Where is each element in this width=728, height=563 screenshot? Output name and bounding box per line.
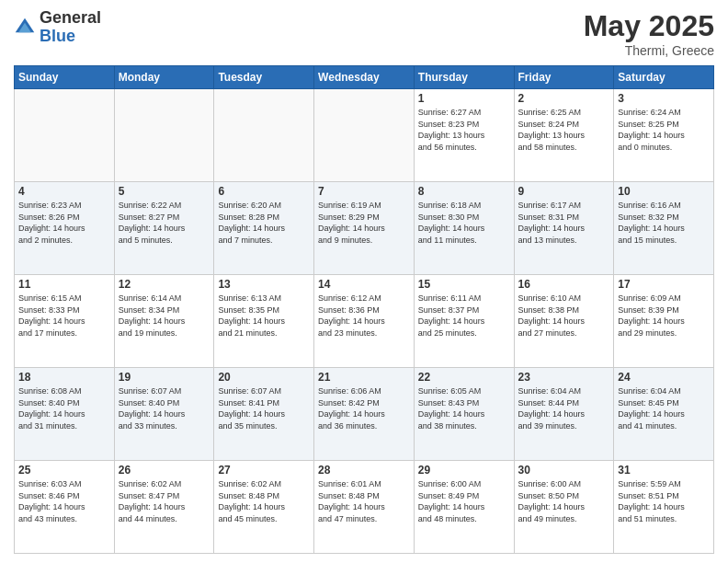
- calendar-day-header: Wednesday: [314, 66, 415, 89]
- calendar-cell: 14Sunrise: 6:12 AM Sunset: 8:36 PM Dayli…: [314, 275, 415, 368]
- logo-blue: Blue: [40, 28, 101, 46]
- day-info: Sunrise: 6:00 AM Sunset: 8:50 PM Dayligh…: [518, 478, 610, 524]
- title-block: May 2025 Thermi, Greece: [584, 9, 714, 58]
- calendar-cell: 27Sunrise: 6:02 AM Sunset: 8:48 PM Dayli…: [214, 461, 314, 554]
- calendar-cell: 17Sunrise: 6:09 AM Sunset: 8:39 PM Dayli…: [614, 275, 714, 368]
- day-number: 17: [618, 278, 710, 291]
- calendar-cell: 13Sunrise: 6:13 AM Sunset: 8:35 PM Dayli…: [214, 275, 314, 368]
- day-number: 28: [318, 464, 410, 477]
- calendar-cell: 31Sunrise: 5:59 AM Sunset: 8:51 PM Dayli…: [614, 461, 714, 554]
- logo-text: General Blue: [40, 9, 101, 46]
- calendar-cell: 30Sunrise: 6:00 AM Sunset: 8:50 PM Dayli…: [514, 461, 614, 554]
- calendar-day-header: Saturday: [614, 66, 714, 89]
- calendar-cell: 24Sunrise: 6:04 AM Sunset: 8:45 PM Dayli…: [614, 368, 714, 461]
- day-info: Sunrise: 6:27 AM Sunset: 8:23 PM Dayligh…: [418, 107, 510, 153]
- day-info: Sunrise: 6:04 AM Sunset: 8:45 PM Dayligh…: [618, 385, 710, 431]
- calendar-week-row: 18Sunrise: 6:08 AM Sunset: 8:40 PM Dayli…: [15, 368, 714, 461]
- page: General Blue May 2025 Thermi, Greece Sun…: [0, 0, 728, 563]
- day-info: Sunrise: 6:04 AM Sunset: 8:44 PM Dayligh…: [518, 385, 610, 431]
- day-info: Sunrise: 6:13 AM Sunset: 8:35 PM Dayligh…: [218, 293, 310, 339]
- calendar-cell: 16Sunrise: 6:10 AM Sunset: 8:38 PM Dayli…: [514, 275, 614, 368]
- calendar-day-header: Monday: [114, 66, 214, 89]
- calendar-cell: 1Sunrise: 6:27 AM Sunset: 8:23 PM Daylig…: [414, 89, 514, 182]
- day-number: 19: [119, 371, 210, 384]
- day-number: 13: [218, 278, 310, 291]
- calendar-cell: 9Sunrise: 6:17 AM Sunset: 8:31 PM Daylig…: [514, 182, 614, 275]
- day-number: 15: [418, 278, 510, 291]
- logo: General Blue: [14, 9, 101, 46]
- day-number: 10: [618, 185, 710, 198]
- day-info: Sunrise: 6:12 AM Sunset: 8:36 PM Dayligh…: [318, 293, 410, 339]
- calendar-cell: 7Sunrise: 6:19 AM Sunset: 8:29 PM Daylig…: [314, 182, 415, 275]
- calendar-table: SundayMondayTuesdayWednesdayThursdayFrid…: [14, 65, 714, 554]
- day-number: 31: [618, 464, 710, 477]
- day-number: 23: [518, 371, 610, 384]
- calendar-cell: 18Sunrise: 6:08 AM Sunset: 8:40 PM Dayli…: [15, 368, 115, 461]
- day-number: 16: [518, 278, 610, 291]
- day-info: Sunrise: 6:01 AM Sunset: 8:48 PM Dayligh…: [318, 478, 410, 524]
- calendar-week-row: 11Sunrise: 6:15 AM Sunset: 8:33 PM Dayli…: [15, 275, 714, 368]
- calendar-cell: 6Sunrise: 6:20 AM Sunset: 8:28 PM Daylig…: [214, 182, 314, 275]
- day-info: Sunrise: 6:15 AM Sunset: 8:33 PM Dayligh…: [18, 293, 110, 339]
- calendar-header-row: SundayMondayTuesdayWednesdayThursdayFrid…: [15, 66, 714, 89]
- day-info: Sunrise: 6:22 AM Sunset: 8:27 PM Dayligh…: [119, 200, 210, 246]
- month-year-title: May 2025: [584, 9, 714, 43]
- day-info: Sunrise: 6:24 AM Sunset: 8:25 PM Dayligh…: [618, 107, 710, 153]
- day-number: 22: [418, 371, 510, 384]
- calendar-cell: [214, 89, 314, 182]
- day-number: 6: [218, 185, 310, 198]
- day-info: Sunrise: 6:11 AM Sunset: 8:37 PM Dayligh…: [418, 293, 510, 339]
- calendar-cell: [114, 89, 214, 182]
- day-info: Sunrise: 6:19 AM Sunset: 8:29 PM Dayligh…: [318, 200, 410, 246]
- calendar-day-header: Tuesday: [214, 66, 314, 89]
- day-number: 11: [18, 278, 110, 291]
- calendar-cell: 12Sunrise: 6:14 AM Sunset: 8:34 PM Dayli…: [114, 275, 214, 368]
- day-number: 4: [18, 185, 110, 198]
- calendar-cell: 22Sunrise: 6:05 AM Sunset: 8:43 PM Dayli…: [414, 368, 514, 461]
- day-number: 27: [218, 464, 310, 477]
- day-info: Sunrise: 6:09 AM Sunset: 8:39 PM Dayligh…: [618, 293, 710, 339]
- calendar-cell: 4Sunrise: 6:23 AM Sunset: 8:26 PM Daylig…: [15, 182, 115, 275]
- day-info: Sunrise: 6:18 AM Sunset: 8:30 PM Dayligh…: [418, 200, 510, 246]
- location-subtitle: Thermi, Greece: [584, 43, 714, 58]
- day-info: Sunrise: 6:16 AM Sunset: 8:32 PM Dayligh…: [618, 200, 710, 246]
- calendar-week-row: 25Sunrise: 6:03 AM Sunset: 8:46 PM Dayli…: [15, 461, 714, 554]
- day-info: Sunrise: 6:23 AM Sunset: 8:26 PM Dayligh…: [18, 200, 110, 246]
- calendar-cell: [314, 89, 415, 182]
- calendar-cell: 29Sunrise: 6:00 AM Sunset: 8:49 PM Dayli…: [414, 461, 514, 554]
- header: General Blue May 2025 Thermi, Greece: [14, 9, 714, 58]
- day-info: Sunrise: 6:03 AM Sunset: 8:46 PM Dayligh…: [18, 478, 110, 524]
- day-number: 21: [318, 371, 410, 384]
- calendar-cell: 23Sunrise: 6:04 AM Sunset: 8:44 PM Dayli…: [514, 368, 614, 461]
- day-info: Sunrise: 5:59 AM Sunset: 8:51 PM Dayligh…: [618, 478, 710, 524]
- calendar-week-row: 1Sunrise: 6:27 AM Sunset: 8:23 PM Daylig…: [15, 89, 714, 182]
- calendar-cell: 26Sunrise: 6:02 AM Sunset: 8:47 PM Dayli…: [114, 461, 214, 554]
- day-number: 12: [119, 278, 210, 291]
- calendar-cell: 21Sunrise: 6:06 AM Sunset: 8:42 PM Dayli…: [314, 368, 415, 461]
- day-number: 1: [418, 92, 510, 105]
- day-number: 20: [218, 371, 310, 384]
- logo-general: General: [40, 9, 101, 28]
- day-info: Sunrise: 6:20 AM Sunset: 8:28 PM Dayligh…: [218, 200, 310, 246]
- calendar-cell: 5Sunrise: 6:22 AM Sunset: 8:27 PM Daylig…: [114, 182, 214, 275]
- calendar-cell: 28Sunrise: 6:01 AM Sunset: 8:48 PM Dayli…: [314, 461, 415, 554]
- day-info: Sunrise: 6:08 AM Sunset: 8:40 PM Dayligh…: [18, 385, 110, 431]
- day-info: Sunrise: 6:02 AM Sunset: 8:47 PM Dayligh…: [119, 478, 210, 524]
- calendar-cell: 3Sunrise: 6:24 AM Sunset: 8:25 PM Daylig…: [614, 89, 714, 182]
- calendar-cell: 11Sunrise: 6:15 AM Sunset: 8:33 PM Dayli…: [15, 275, 115, 368]
- day-number: 26: [119, 464, 210, 477]
- calendar-cell: 15Sunrise: 6:11 AM Sunset: 8:37 PM Dayli…: [414, 275, 514, 368]
- day-info: Sunrise: 6:25 AM Sunset: 8:24 PM Dayligh…: [518, 107, 610, 153]
- calendar-cell: 10Sunrise: 6:16 AM Sunset: 8:32 PM Dayli…: [614, 182, 714, 275]
- day-number: 30: [518, 464, 610, 477]
- logo-icon: [14, 17, 36, 39]
- day-info: Sunrise: 6:00 AM Sunset: 8:49 PM Dayligh…: [418, 478, 510, 524]
- day-info: Sunrise: 6:07 AM Sunset: 8:41 PM Dayligh…: [218, 385, 310, 431]
- calendar-cell: 2Sunrise: 6:25 AM Sunset: 8:24 PM Daylig…: [514, 89, 614, 182]
- calendar-day-header: Friday: [514, 66, 614, 89]
- calendar-cell: 20Sunrise: 6:07 AM Sunset: 8:41 PM Dayli…: [214, 368, 314, 461]
- day-number: 25: [18, 464, 110, 477]
- calendar-cell: [15, 89, 115, 182]
- calendar-cell: 19Sunrise: 6:07 AM Sunset: 8:40 PM Dayli…: [114, 368, 214, 461]
- day-number: 14: [318, 278, 410, 291]
